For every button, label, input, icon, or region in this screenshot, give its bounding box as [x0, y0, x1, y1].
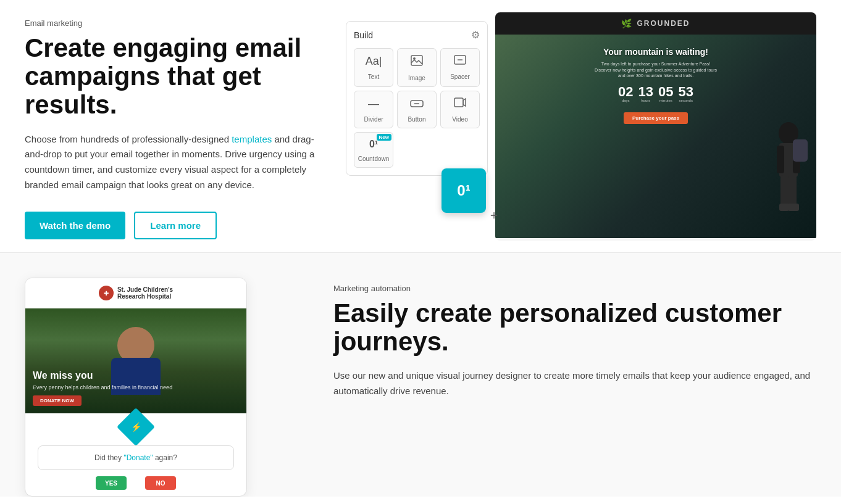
page-title: Create engaging email campaigns that get… — [25, 34, 321, 120]
journey-question-text: Did they "Donate" again? — [48, 453, 224, 462]
builder-item-text-label: Text — [368, 73, 379, 80]
hospital-name-line1: St. Jude Children's — [117, 286, 173, 293]
journey-email-preview: We miss you Every penny helps children a… — [25, 308, 246, 413]
section-label-2: Marketing automation — [333, 284, 816, 293]
brand-name: GROUNDED — [637, 19, 690, 28]
cd-hours-label: hours — [638, 99, 653, 102]
svg-rect-15 — [793, 139, 808, 162]
email-cta-button[interactable]: Purchase your pass — [624, 112, 688, 124]
svg-rect-13 — [779, 204, 789, 211]
yes-branch: YES — [96, 476, 127, 490]
desc-before-link: Choose from hundreds of professionally-d… — [25, 134, 232, 144]
gear-icon[interactable]: ⚙ — [471, 29, 480, 41]
builder-panel: Build ⚙ Aa| Text Image — [346, 21, 488, 176]
builder-item-spacer-label: Spacer — [450, 73, 470, 80]
builder-item-countdown-label: Countdown — [358, 155, 390, 162]
donate-button[interactable]: DONATE NOW — [33, 395, 82, 406]
hospital-logo: ✚ St. Jude Children's Research Hospital — [99, 286, 173, 300]
watch-demo-button[interactable]: Watch the demo — [25, 212, 125, 239]
charity-desc: Every penny helps children and families … — [33, 384, 172, 392]
builder-item-countdown[interactable]: 0¹ Countdown — [354, 132, 393, 168]
question-highlight: "Donate" — [123, 453, 153, 462]
cd-hours-num: 13 — [638, 85, 653, 99]
bottom-right-content: Marketing automation Easily create perso… — [333, 278, 816, 399]
builder-item-spacer[interactable]: Spacer — [440, 48, 480, 87]
builder-item-video-label: Video — [452, 116, 467, 123]
top-right-visual: Build ⚙ Aa| Text Image — [346, 12, 816, 247]
video-icon — [443, 97, 477, 110]
learn-more-button[interactable]: Learn more — [134, 212, 217, 239]
button-block-icon — [400, 97, 433, 110]
email-brand-bar: 🌿 GROUNDED — [495, 12, 816, 35]
cd-days-num: 02 — [618, 85, 633, 99]
builder-title: Build — [354, 30, 373, 40]
charity-overlay: We miss you Every penny helps children a… — [25, 308, 246, 413]
journey-card: ✚ St. Jude Children's Research Hospital — [25, 278, 247, 497]
countdown-minutes: 05 minutes — [658, 85, 673, 102]
journey-branches: YES NO — [25, 476, 246, 496]
top-section: Email marketing Create engaging email ca… — [0, 0, 841, 253]
bottom-section: ✚ St. Jude Children's Research Hospital — [0, 253, 841, 497]
countdown-display: 02 days 13 hours 05 minutes — [594, 85, 718, 102]
leaf-icon: 🌿 — [621, 19, 632, 28]
countdown-days: 02 days — [618, 85, 633, 102]
builder-grid: Aa| Text Image — [354, 48, 480, 168]
svg-rect-11 — [780, 175, 789, 206]
email-hero: Your mountain is waiting! Two days left … — [495, 35, 816, 238]
diamond-icon: ⚡ — [131, 422, 141, 432]
journey-question-card: Did they "Donate" again? — [38, 445, 234, 470]
hospital-logo-row: ✚ St. Jude Children's Research Hospital — [25, 278, 246, 308]
bottom-description: Use our new and unique visual journey de… — [333, 368, 816, 399]
builder-header: Build ⚙ — [354, 29, 480, 41]
cd-sec-num: 53 — [678, 85, 693, 99]
charity-email-text: We miss you Every penny helps children a… — [25, 363, 180, 413]
mountain-desc: Two days left to purchase your Summer Ad… — [594, 61, 718, 79]
countdown-hours: 13 hours — [638, 85, 653, 102]
plus-icon: ＋ — [488, 207, 500, 223]
hiker-silhouette — [742, 115, 816, 238]
countdown-seconds: 53 seconds — [678, 85, 693, 102]
divider-icon: — — [357, 97, 390, 110]
hospital-logo-icon: ✚ — [99, 286, 114, 300]
diamond-decision-node: ⚡ — [117, 408, 155, 446]
builder-item-divider-label: Divider — [364, 116, 383, 123]
builder-item-image[interactable]: Image — [397, 48, 437, 87]
image-icon — [400, 55, 433, 69]
svg-rect-9 — [777, 146, 784, 173]
builder-item-text[interactable]: Aa| Text — [354, 48, 393, 87]
svg-rect-12 — [788, 175, 797, 206]
no-branch: NO — [145, 476, 176, 490]
svg-rect-14 — [788, 204, 799, 211]
mountain-title: Your mountain is waiting! — [594, 47, 718, 57]
section-label: Email marketing — [25, 19, 321, 28]
bottom-page-title: Easily create personalized customer jour… — [333, 299, 816, 356]
builder-item-video[interactable]: Video — [440, 91, 480, 128]
email-text-overlay: Your mountain is waiting! Two days left … — [594, 47, 718, 124]
description-text: Choose from hundreds of professionally-d… — [25, 132, 321, 193]
countdown-icon: 0¹ — [357, 139, 390, 150]
hospital-logo-text: St. Jude Children's Research Hospital — [117, 286, 173, 300]
cd-sec-label: seconds — [678, 99, 693, 102]
miss-you-text: We miss you — [33, 370, 172, 381]
cd-min-num: 05 — [658, 85, 673, 99]
button-row: Watch the demo Learn more — [25, 212, 321, 239]
journey-node: ⚡ — [25, 413, 246, 440]
charity-email-image: We miss you Every penny helps children a… — [25, 308, 246, 413]
cd-days-label: days — [618, 99, 633, 102]
email-preview-inner: 🌿 GROUNDED — [495, 12, 816, 238]
top-left-content: Email marketing Create engaging email ca… — [25, 12, 346, 239]
builder-item-button[interactable]: Button — [397, 91, 437, 128]
svg-rect-0 — [411, 56, 422, 65]
builder-item-button-label: Button — [408, 116, 426, 123]
bottom-left-visual: ✚ St. Jude Children's Research Hospital — [25, 278, 333, 497]
builder-item-image-label: Image — [408, 75, 425, 81]
hospital-name-line2: Research Hospital — [117, 293, 173, 300]
templates-link[interactable]: templates — [232, 134, 272, 144]
svg-rect-6 — [454, 98, 463, 107]
builder-item-divider[interactable]: — Divider — [354, 91, 393, 128]
email-preview-panel: 🌿 GROUNDED — [495, 12, 816, 241]
text-block-icon: Aa| — [357, 55, 390, 68]
countdown-float-badge: 0¹ — [441, 168, 486, 213]
cd-min-label: minutes — [658, 99, 673, 102]
spacer-icon — [443, 55, 477, 68]
